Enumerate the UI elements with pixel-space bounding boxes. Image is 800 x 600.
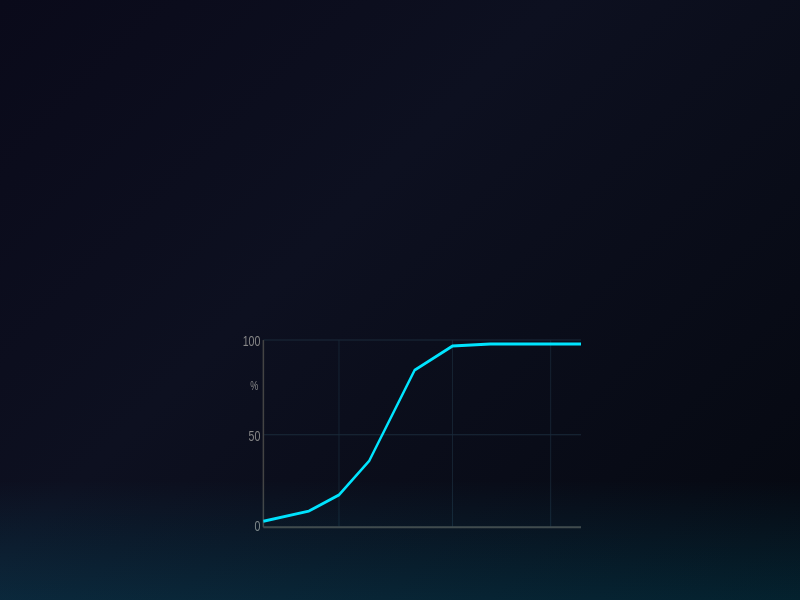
svg-text:50: 50: [249, 428, 261, 444]
svg-text:100: 100: [243, 333, 261, 349]
svg-text:%: %: [250, 379, 258, 393]
